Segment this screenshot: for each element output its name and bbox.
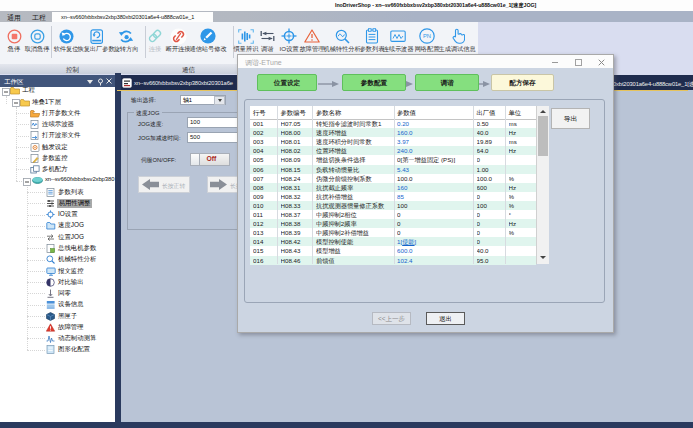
svg-text:PN: PN xyxy=(423,34,431,40)
